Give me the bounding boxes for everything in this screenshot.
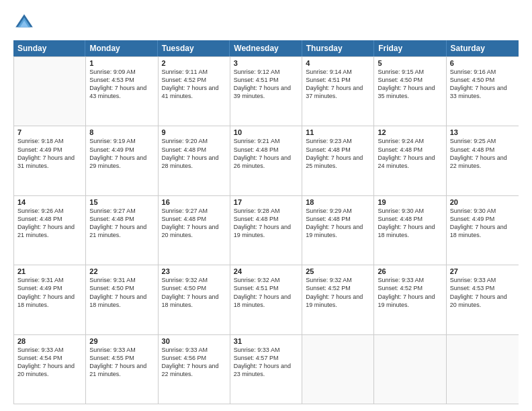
calendar-cell: 26Sunrise: 9:33 AM Sunset: 4:52 PM Dayli… — [374, 265, 446, 334]
header-tuesday: Tuesday — [158, 40, 230, 56]
cell-info: Sunrise: 9:32 AM Sunset: 4:52 PM Dayligh… — [306, 276, 370, 309]
calendar-cell: 9Sunrise: 9:20 AM Sunset: 4:48 PM Daylig… — [159, 126, 230, 195]
calendar-cell: 20Sunrise: 9:30 AM Sunset: 4:49 PM Dayli… — [447, 196, 519, 265]
cell-info: Sunrise: 9:33 AM Sunset: 4:54 PM Dayligh… — [17, 346, 82, 379]
day-number: 21 — [17, 267, 82, 275]
cell-info: Sunrise: 9:33 AM Sunset: 4:55 PM Dayligh… — [89, 346, 154, 379]
cell-info: Sunrise: 9:31 AM Sunset: 4:50 PM Dayligh… — [89, 276, 154, 309]
calendar-cell — [374, 335, 446, 404]
calendar-cell: 19Sunrise: 9:30 AM Sunset: 4:48 PM Dayli… — [374, 196, 446, 265]
cell-info: Sunrise: 9:21 AM Sunset: 4:48 PM Dayligh… — [234, 137, 298, 170]
calendar-cell: 21Sunrise: 9:31 AM Sunset: 4:49 PM Dayli… — [14, 265, 86, 334]
calendar-cell: 18Sunrise: 9:29 AM Sunset: 4:48 PM Dayli… — [302, 196, 374, 265]
day-number: 12 — [378, 128, 442, 136]
week-row-1: 1Sunrise: 9:09 AM Sunset: 4:53 PM Daylig… — [14, 56, 519, 126]
calendar-cell: 4Sunrise: 9:14 AM Sunset: 4:51 PM Daylig… — [302, 57, 374, 126]
week-row-3: 14Sunrise: 9:26 AM Sunset: 4:48 PM Dayli… — [14, 195, 519, 265]
day-number: 22 — [89, 267, 154, 275]
calendar-cell: 6Sunrise: 9:16 AM Sunset: 4:50 PM Daylig… — [447, 57, 519, 126]
calendar-cell — [447, 335, 519, 404]
cell-info: Sunrise: 9:33 AM Sunset: 4:56 PM Dayligh… — [162, 346, 226, 379]
calendar-cell — [302, 335, 374, 404]
calendar-cell: 7Sunrise: 9:18 AM Sunset: 4:49 PM Daylig… — [14, 126, 86, 195]
calendar-cell: 13Sunrise: 9:25 AM Sunset: 4:48 PM Dayli… — [447, 126, 519, 195]
day-number: 27 — [450, 267, 515, 275]
calendar-cell: 17Sunrise: 9:28 AM Sunset: 4:48 PM Dayli… — [230, 196, 302, 265]
cell-info: Sunrise: 9:33 AM Sunset: 4:53 PM Dayligh… — [450, 276, 515, 309]
calendar-cell: 29Sunrise: 9:33 AM Sunset: 4:55 PM Dayli… — [86, 335, 158, 404]
cell-info: Sunrise: 9:11 AM Sunset: 4:52 PM Dayligh… — [162, 68, 226, 101]
cell-info: Sunrise: 9:32 AM Sunset: 4:50 PM Dayligh… — [162, 276, 226, 309]
logo-icon — [13, 12, 35, 34]
cell-info: Sunrise: 9:18 AM Sunset: 4:49 PM Dayligh… — [17, 137, 82, 170]
calendar-cell: 3Sunrise: 9:12 AM Sunset: 4:51 PM Daylig… — [230, 57, 302, 126]
cell-info: Sunrise: 9:24 AM Sunset: 4:48 PM Dayligh… — [378, 137, 442, 170]
day-number: 23 — [162, 267, 226, 275]
day-number: 18 — [306, 198, 370, 206]
day-number: 19 — [378, 198, 442, 206]
calendar-cell: 23Sunrise: 9:32 AM Sunset: 4:50 PM Dayli… — [159, 265, 230, 334]
calendar-cell: 31Sunrise: 9:33 AM Sunset: 4:57 PM Dayli… — [230, 335, 302, 404]
day-number: 7 — [17, 128, 82, 136]
day-number: 3 — [234, 59, 298, 67]
day-number: 28 — [17, 337, 82, 345]
calendar-cell: 2Sunrise: 9:11 AM Sunset: 4:52 PM Daylig… — [159, 57, 230, 126]
cell-info: Sunrise: 9:32 AM Sunset: 4:51 PM Dayligh… — [234, 276, 298, 309]
day-number: 16 — [162, 198, 226, 206]
day-number: 14 — [17, 198, 82, 206]
calendar-cell: 8Sunrise: 9:19 AM Sunset: 4:49 PM Daylig… — [86, 126, 158, 195]
day-number: 31 — [234, 337, 298, 345]
day-number: 24 — [234, 267, 298, 275]
day-number: 20 — [450, 198, 515, 206]
week-row-5: 28Sunrise: 9:33 AM Sunset: 4:54 PM Dayli… — [14, 334, 519, 404]
calendar-cell: 10Sunrise: 9:21 AM Sunset: 4:48 PM Dayli… — [230, 126, 302, 195]
calendar-body: 1Sunrise: 9:09 AM Sunset: 4:53 PM Daylig… — [13, 56, 519, 404]
day-number: 6 — [450, 59, 515, 67]
calendar-cell: 12Sunrise: 9:24 AM Sunset: 4:48 PM Dayli… — [374, 126, 446, 195]
cell-info: Sunrise: 9:12 AM Sunset: 4:51 PM Dayligh… — [234, 68, 298, 101]
cell-info: Sunrise: 9:14 AM Sunset: 4:51 PM Dayligh… — [306, 68, 370, 101]
cell-info: Sunrise: 9:16 AM Sunset: 4:50 PM Dayligh… — [450, 68, 515, 101]
cell-info: Sunrise: 9:25 AM Sunset: 4:48 PM Dayligh… — [450, 137, 515, 170]
calendar-cell: 25Sunrise: 9:32 AM Sunset: 4:52 PM Dayli… — [302, 265, 374, 334]
calendar-cell: 5Sunrise: 9:15 AM Sunset: 4:50 PM Daylig… — [374, 57, 446, 126]
cell-info: Sunrise: 9:20 AM Sunset: 4:48 PM Dayligh… — [162, 137, 226, 170]
header-saturday: Saturday — [447, 40, 519, 56]
cell-info: Sunrise: 9:27 AM Sunset: 4:48 PM Dayligh… — [162, 207, 226, 240]
day-number: 13 — [450, 128, 515, 136]
day-number: 29 — [89, 337, 154, 345]
week-row-4: 21Sunrise: 9:31 AM Sunset: 4:49 PM Dayli… — [14, 265, 519, 334]
day-number: 2 — [162, 59, 226, 67]
cell-info: Sunrise: 9:31 AM Sunset: 4:49 PM Dayligh… — [17, 276, 82, 309]
day-number: 10 — [234, 128, 298, 136]
calendar-cell: 24Sunrise: 9:32 AM Sunset: 4:51 PM Dayli… — [230, 265, 302, 334]
day-number: 30 — [162, 337, 226, 345]
calendar-cell — [14, 57, 86, 126]
day-number: 4 — [306, 59, 370, 67]
calendar-header: SundayMondayTuesdayWednesdayThursdayFrid… — [13, 40, 519, 56]
calendar-cell: 1Sunrise: 9:09 AM Sunset: 4:53 PM Daylig… — [86, 57, 158, 126]
calendar-cell: 16Sunrise: 9:27 AM Sunset: 4:48 PM Dayli… — [159, 196, 230, 265]
day-number: 9 — [162, 128, 226, 136]
logo — [13, 12, 39, 34]
cell-info: Sunrise: 9:15 AM Sunset: 4:50 PM Dayligh… — [378, 68, 442, 101]
day-number: 5 — [378, 59, 442, 67]
day-number: 8 — [89, 128, 154, 136]
cell-info: Sunrise: 9:33 AM Sunset: 4:52 PM Dayligh… — [378, 276, 442, 309]
cell-info: Sunrise: 9:30 AM Sunset: 4:49 PM Dayligh… — [450, 207, 515, 240]
calendar-cell: 14Sunrise: 9:26 AM Sunset: 4:48 PM Dayli… — [14, 196, 86, 265]
cell-info: Sunrise: 9:33 AM Sunset: 4:57 PM Dayligh… — [234, 346, 298, 379]
header-friday: Friday — [374, 40, 446, 56]
header-monday: Monday — [85, 40, 157, 56]
day-number: 11 — [306, 128, 370, 136]
day-number: 26 — [378, 267, 442, 275]
calendar-cell: 11Sunrise: 9:23 AM Sunset: 4:48 PM Dayli… — [302, 126, 374, 195]
header-thursday: Thursday — [302, 40, 374, 56]
header-wednesday: Wednesday — [230, 40, 302, 56]
day-number: 17 — [234, 198, 298, 206]
calendar-cell: 15Sunrise: 9:27 AM Sunset: 4:48 PM Dayli… — [86, 196, 158, 265]
day-number: 1 — [89, 59, 154, 67]
top-section — [13, 12, 519, 34]
calendar: SundayMondayTuesdayWednesdayThursdayFrid… — [13, 40, 519, 404]
calendar-cell: 30Sunrise: 9:33 AM Sunset: 4:56 PM Dayli… — [159, 335, 230, 404]
